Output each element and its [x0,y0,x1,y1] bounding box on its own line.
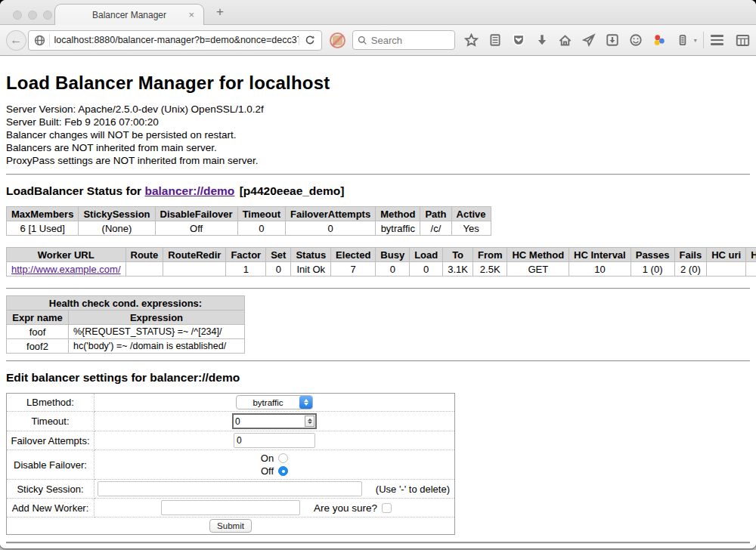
cell-maxmembers: 6 [1 Used] [7,221,79,236]
col-hc-expr: HC Expr [746,248,756,262]
col-hc-interval: HC Interval [569,248,631,262]
back-button[interactable]: ← [6,30,26,51]
browser-window: Balancer Manager × + ← localhost:8880/ba… [0,0,756,548]
tab-bar: Balancer Manager × + [0,0,756,25]
url-bar[interactable]: localhost:8880/balancer-manager?b=demo&n… [28,30,322,51]
cell-route [125,262,163,277]
table-row: 6 [1 Used] (None) Off 0 0 bytraffic /c/ … [7,221,491,236]
toolbar-separator [703,32,704,48]
failover-attempts-input[interactable] [234,433,315,448]
lbmethod-select[interactable]: bytraffic [236,395,313,409]
page-content: Load Balancer Manager for localhost Serv… [0,56,756,548]
sticky-session-input[interactable] [98,481,362,496]
url-text[interactable]: localhost:8880/balancer-manager?b=demo&n… [50,35,299,45]
send-plane-icon[interactable] [581,32,596,48]
cell-busy: 0 [376,262,410,277]
form-row-add-worker: Add New Worker: Are you sure? [7,499,455,518]
number-spinner-icon[interactable] [305,416,314,427]
globe-icon [34,35,45,46]
persist-note: Balancer changes will NOT be persisted o… [6,128,750,141]
window-close-button[interactable] [13,11,22,20]
pocket-icon[interactable] [511,32,526,48]
status-heading-prefix: LoadBalancer Status for [6,184,144,197]
are-you-sure-checkbox[interactable] [382,503,392,513]
col-from: From [472,248,507,262]
cell-load: 0 [410,262,443,277]
col-hc-uri: HC uri [707,248,746,262]
table-row: foof2 hc('body') =~ /domain is establish… [7,339,245,354]
download-arrow-icon[interactable] [534,32,550,48]
new-tab-button[interactable]: + [216,5,224,20]
radio-off-label: Off [261,465,274,477]
radio-on[interactable] [278,453,288,463]
feedback-smiley-icon[interactable] [628,32,643,48]
navigation-toolbar: ← localhost:8880/balancer-manager?b=demo… [0,25,756,56]
worker-url-link[interactable]: http://www.example.com/ [11,264,121,275]
balancer-summary-table: MaxMembers StickySession DisableFailover… [6,206,491,236]
tab-balancer-manager[interactable]: Balancer Manager × [54,4,204,26]
page-title: Load Balancer Manager for localhost [6,56,750,94]
add-worker-input[interactable] [161,500,300,515]
clipboard-icon[interactable] [488,32,503,48]
content-blocker-icon[interactable] [330,32,345,48]
col-timeout: Timeout [237,207,285,221]
lbmethod-label: LBmethod: [7,394,94,412]
timeout-input[interactable] [234,416,305,427]
search-input[interactable] [371,35,450,46]
form-row-timeout: Timeout: [7,412,455,431]
cell-disablefailover: Off [155,221,237,236]
col-failoverattempts: FailoverAttempts [285,207,375,221]
submit-button[interactable]: Submit [209,519,252,533]
server-built: Server Built: Feb 9 2016 07:00:20 [6,116,750,128]
cell-method: bytraffic [376,221,420,236]
balancer-demo-link[interactable]: balancer://demo [144,184,234,197]
bookmark-star-icon[interactable] [464,32,479,48]
cell-path: /c/ [420,221,451,236]
table-title-row: Health check cond. expressions: [7,296,245,311]
table-header-row: MaxMembers StickySession DisableFailover… [7,207,491,221]
cell-expression: hc('body') =~ /domain is established/ [69,339,245,354]
back-arrow-icon: ← [10,33,22,47]
apps-grid-icon[interactable] [735,32,750,48]
cell-hc-method: GET [507,262,569,277]
reload-button[interactable] [299,35,321,45]
select-stepper-icon [299,396,312,409]
table-header-row: Worker URL Route RouteRedir Factor Set S… [7,248,756,262]
cell-passes: 1 (0) [631,262,674,277]
battery-icon[interactable] [675,32,690,48]
col-to: To [443,248,473,262]
tab-title: Balancer Manager [92,10,166,20]
search-box[interactable] [352,30,455,50]
status-heading-suffix: [p4420eeae_demo] [240,184,345,197]
dropdown-caret-icon[interactable]: ▾ [694,37,697,44]
menu-icon[interactable] [710,32,725,48]
cell-to: 3.1K [443,262,473,277]
radio-on-label: On [261,453,274,464]
cell-hc-interval: 10 [569,262,631,277]
radio-off[interactable] [278,466,288,476]
col-busy: Busy [376,248,410,262]
form-row-disable-failover: Disable Failover: On Off [7,450,455,480]
divider [6,174,750,175]
col-maxmembers: MaxMembers [7,207,79,221]
window-controls[interactable] [13,11,52,20]
tab-close-icon[interactable]: × [188,9,194,20]
reload-icon [305,35,315,45]
col-method: Method [376,207,420,221]
form-row-submit: Submit [7,518,455,535]
cell-hc-expr: foof2 [746,262,756,277]
cell-timeout: 0 [237,221,285,236]
cell-failoverattempts: 0 [285,221,375,236]
save-box-icon[interactable] [605,32,620,48]
col-routeredir: RouteRedir [163,248,226,262]
table-header-row: Expr name Expression [7,311,245,325]
window-minimize-button[interactable] [28,11,37,20]
home-icon[interactable] [558,32,573,48]
color-dots-icon[interactable] [652,32,667,48]
cell-active: Yes [451,221,491,236]
col-set: Set [266,248,291,262]
cell-hc-uri [707,262,746,277]
inherit-note: Balancers are NOT inherited from main se… [6,141,750,154]
window-zoom-button[interactable] [43,11,52,20]
form-row-lbmethod: LBmethod: bytraffic [7,394,455,412]
